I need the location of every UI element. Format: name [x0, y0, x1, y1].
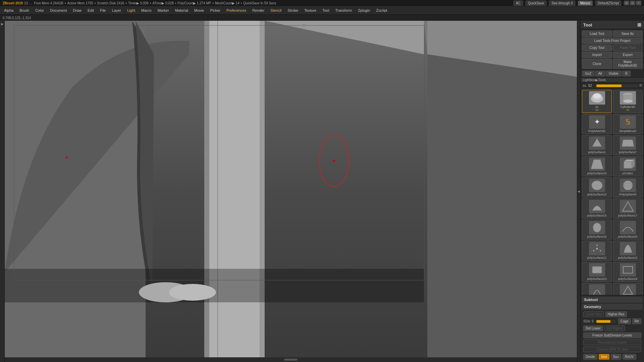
svg-rect-2: [204, 21, 265, 362]
icon3[interactable]: ✕: [636, 1, 641, 5]
save-as-button[interactable]: Save As: [613, 31, 643, 37]
menu-tool[interactable]: Tool: [320, 8, 332, 13]
icon1[interactable]: ⊞: [624, 1, 629, 5]
menu-draw[interactable]: Draw: [70, 8, 84, 13]
menu-brush[interactable]: Brush: [17, 8, 32, 13]
make-polymesh3d-button[interactable]: Make PolyMesh3D: [613, 59, 643, 69]
tool-thumb-polysurface10[interactable]: polySurface10: [582, 156, 612, 176]
polysphere5-thumb-icon: [620, 179, 636, 192]
left-arrow[interactable]: ▶: [1, 22, 4, 26]
tool-thumb-polysurface22[interactable]: polySurface22: [613, 241, 643, 261]
menu-picker[interactable]: Picker: [207, 8, 223, 13]
menu-marker[interactable]: Marker: [155, 8, 172, 13]
del-higher-button[interactable]: Del Higher: [604, 325, 625, 331]
menus-button[interactable]: Menus: [578, 1, 593, 6]
load-tools-from-project-button[interactable]: Load Tools From Project: [582, 38, 643, 44]
menu-light[interactable]: Light: [124, 8, 138, 13]
app-name: ZBrush 2019: [3, 1, 23, 5]
goz-button[interactable]: GoZ: [582, 71, 594, 76]
right-panel: Tool ⊞ Load Tool Save As Load Tools From…: [580, 21, 644, 362]
menu-render[interactable]: Render: [250, 8, 267, 13]
tool-thumb-polysurface24[interactable]: polySurface24: [613, 262, 643, 282]
tool-thumb-cylinder3d[interactable]: Cylinder3D 55: [613, 90, 643, 113]
right-panel-toggle[interactable]: ◀: [577, 21, 580, 362]
tool-thumb-polysurface23[interactable]: polySurface23: [582, 262, 612, 282]
menu-alpha[interactable]: Alpha: [1, 8, 16, 13]
import-button[interactable]: Import: [582, 52, 612, 58]
tool-thumb-polysurface25[interactable]: polySurface25: [582, 283, 612, 295]
canvas-area[interactable]: [5, 21, 577, 362]
menu-stencil[interactable]: Stencil: [268, 8, 284, 13]
svg-rect-21: [624, 162, 632, 168]
menu-zscript[interactable]: Zscript: [373, 8, 390, 13]
sdiv-row: SDiv 6 Cage Rtr: [582, 318, 643, 325]
ss-slider[interactable]: [596, 84, 638, 87]
ss-thumb-icon: [589, 91, 605, 105]
menu-edit[interactable]: Edit: [85, 8, 97, 13]
load-save-row: Load Tool Save As: [582, 31, 643, 37]
tool-thumb-polysurface20[interactable]: polySurface20: [613, 220, 643, 240]
reuv-button[interactable]: ReUV: [623, 354, 636, 360]
tool-thumb-polysurface17[interactable]: polySurface17: [613, 198, 643, 219]
menu-zplugin[interactable]: Zplugin: [355, 8, 373, 13]
reconstruct-subdiv-button[interactable]: Reconstruct Subdiv: [583, 340, 641, 345]
lightbox-row[interactable]: Lightbox▶Tools: [581, 77, 644, 83]
menu-movie[interactable]: Movie: [192, 8, 207, 13]
tool-thumb-ss[interactable]: ss 55: [582, 90, 612, 113]
bottom-section: Subtool Geometry Lower Res Higher Res SD…: [581, 295, 644, 362]
tool-thumb-polysurface26[interactable]: polySurface26: [613, 283, 643, 295]
tool-thumb-polysurface1[interactable]: polySurface1: [582, 135, 612, 155]
cage-button[interactable]: Cage: [618, 318, 631, 324]
tool-thumb-polysurface15[interactable]: polySurface15: [582, 198, 612, 219]
tool-thumb-simplebrush[interactable]: 𝕊 SimpleBrush: [613, 114, 643, 134]
menu-layer[interactable]: Layer: [109, 8, 124, 13]
all-button[interactable]: All: [595, 71, 605, 76]
menu-preferences[interactable]: Preferences: [224, 8, 249, 13]
sdiv-slider[interactable]: [596, 320, 615, 323]
clone-poly-row: Clone Make PolyMesh3D: [582, 59, 643, 69]
rtr-button[interactable]: Rtr: [632, 318, 641, 324]
tool-thumb-polysphere5[interactable]: PolySphere5: [613, 177, 643, 197]
canvas-scrollbar[interactable]: [5, 357, 577, 362]
tool-thumb-polymesh3d[interactable]: ✦ PolyMesh3D: [582, 114, 612, 134]
convert-bpr-row: Convert BPR To Geo: [582, 346, 643, 353]
visible-button[interactable]: Visible: [606, 71, 622, 76]
r-button[interactable]: R: [622, 71, 631, 76]
quick-save-button[interactable]: QuickSave: [526, 1, 546, 6]
menu-color[interactable]: Color: [33, 8, 47, 13]
export-button[interactable]: Export: [613, 52, 643, 58]
menu-stroke[interactable]: Stroke: [285, 8, 301, 13]
menu-file[interactable]: File: [97, 8, 109, 13]
paste-tool-button[interactable]: Paste Tool: [613, 45, 643, 51]
suv-button[interactable]: Suv: [611, 354, 621, 360]
smt-button[interactable]: Smt: [599, 354, 609, 360]
tool-thumb-polysurface21[interactable]: polySurface21: [582, 241, 612, 261]
lower-res-button[interactable]: Lower Res: [583, 311, 604, 317]
default-zscript-button[interactable]: DefaultZScript: [595, 1, 621, 6]
del-lower-button[interactable]: Del Lower: [583, 325, 603, 331]
convert-bpr-button[interactable]: Convert BPR To Geo: [583, 347, 641, 352]
menu-transform[interactable]: Transform: [332, 8, 355, 13]
higher-res-button[interactable]: Higher Res: [605, 311, 627, 317]
tool-thumb-polysurface19[interactable]: polySurface19: [582, 220, 612, 240]
menu-document[interactable]: Document: [47, 8, 69, 13]
tool-thumb-pcube1[interactable]: pCube1: [613, 156, 643, 176]
geometry-header[interactable]: Geometry: [582, 304, 643, 310]
freeze-subdivision-button[interactable]: Freeze SubDivision Levels: [583, 333, 641, 338]
left-panel: ▶: [0, 21, 5, 362]
icon2[interactable]: ⊟: [630, 1, 635, 5]
divide-button[interactable]: Divide: [583, 354, 597, 360]
subtool-header[interactable]: Subtool: [582, 297, 643, 303]
copy-tool-button[interactable]: Copy Tool: [582, 45, 612, 51]
tool-thumb-polysurface7[interactable]: polySurface7: [613, 135, 643, 155]
see-through-button[interactable]: See-through 0: [549, 1, 575, 6]
ac-button[interactable]: AC: [514, 1, 523, 6]
menu-macro[interactable]: Macro: [139, 8, 154, 13]
load-tool-button[interactable]: Load Tool: [582, 31, 612, 37]
tool-thumb-polysurface13[interactable]: polySurface13: [582, 177, 612, 197]
svg-point-9: [169, 284, 216, 301]
menu-material[interactable]: Material: [172, 8, 191, 13]
tool-expand-icon[interactable]: ⊞: [637, 22, 641, 27]
menu-texture[interactable]: Texture: [302, 8, 319, 13]
clone-button[interactable]: Clone: [582, 59, 612, 69]
